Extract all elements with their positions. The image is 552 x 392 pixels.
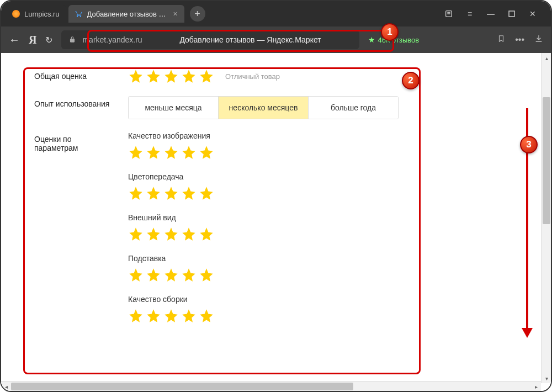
- star-icon[interactable]: [199, 308, 214, 324]
- overall-rating-text: Отличный товар: [225, 72, 280, 81]
- star-icon[interactable]: [146, 226, 161, 242]
- star-icon[interactable]: [163, 267, 179, 283]
- star-icon[interactable]: [199, 186, 214, 201]
- annotation-badge-2: 2: [402, 72, 420, 89]
- param-build-quality-stars: [128, 308, 518, 324]
- param-appearance-label: Внешний вид: [128, 213, 518, 222]
- star-icon[interactable]: [199, 226, 214, 242]
- star-icon[interactable]: [146, 308, 161, 324]
- star-icon[interactable]: [128, 267, 144, 283]
- star-icon[interactable]: [146, 186, 161, 201]
- tab-bar: Lumpics.ru Добавление отзывов – ... × + …: [1, 1, 551, 27]
- params-label: Оценки по параметрам: [34, 131, 117, 152]
- vertical-scrollbar[interactable]: ▴ ▾: [541, 53, 551, 383]
- scroll-left-icon[interactable]: ◂: [1, 382, 11, 391]
- address-bar[interactable]: market.yandex.ru Добавление отзывов — Ян…: [61, 30, 359, 49]
- tab-lumpics[interactable]: Lumpics.ru: [6, 5, 66, 23]
- star-icon: ★: [368, 35, 375, 44]
- star-icon[interactable]: [128, 186, 144, 201]
- tab-title: Lumpics.ru: [24, 10, 60, 18]
- param-color-label: Цветопередача: [128, 172, 518, 181]
- star-icon[interactable]: [163, 226, 179, 242]
- minimize-icon[interactable]: —: [486, 9, 496, 18]
- star-icon[interactable]: [128, 308, 144, 324]
- star-icon[interactable]: [146, 267, 161, 283]
- experience-segmented: меньше месяца несколько месяцев больше г…: [128, 96, 399, 119]
- star-icon[interactable]: [181, 186, 197, 201]
- exp-more-year-button[interactable]: больше года: [309, 97, 398, 119]
- star-2[interactable]: [146, 68, 161, 84]
- star-icon[interactable]: [181, 226, 197, 242]
- star-icon[interactable]: [199, 145, 214, 160]
- svg-rect-1: [509, 11, 514, 17]
- back-button[interactable]: ←: [9, 34, 20, 46]
- param-stand-label: Подставка: [128, 254, 518, 263]
- reader-icon[interactable]: [444, 9, 454, 18]
- close-window-icon[interactable]: ✕: [528, 9, 538, 18]
- toolbar: ← Я ↻ market.yandex.ru Добавление отзыво…: [1, 27, 551, 53]
- tab-close-icon[interactable]: ×: [173, 9, 177, 18]
- url-domain: market.yandex.ru: [82, 35, 142, 44]
- star-3[interactable]: [163, 68, 179, 84]
- scroll-up-icon[interactable]: ▴: [542, 53, 551, 63]
- param-image-quality-label: Качество изображения: [128, 131, 518, 140]
- tab-market[interactable]: Добавление отзывов – ... ×: [68, 5, 184, 23]
- overall-rating-stars: [128, 68, 214, 84]
- url-page-title: Добавление отзывов — Яндекс.Маркет: [148, 35, 353, 44]
- annotation-badge-3: 3: [520, 136, 538, 153]
- star-5[interactable]: [199, 68, 214, 84]
- star-icon[interactable]: [163, 308, 179, 324]
- yandex-logo-icon[interactable]: Я: [29, 34, 36, 46]
- experience-label: Опыт использования: [34, 96, 117, 108]
- star-icon[interactable]: [128, 145, 144, 160]
- annotation-badge-1: 1: [381, 23, 399, 41]
- download-icon[interactable]: [534, 34, 543, 45]
- maximize-icon[interactable]: [507, 10, 517, 17]
- tab-title: Добавление отзывов – ...: [87, 10, 167, 18]
- star-4[interactable]: [181, 68, 197, 84]
- reload-button[interactable]: ↻: [45, 35, 52, 45]
- star-icon[interactable]: [163, 145, 179, 160]
- star-icon[interactable]: [146, 145, 161, 160]
- lock-icon: [68, 35, 77, 44]
- param-color-stars: [128, 186, 518, 201]
- favicon-lumpics-icon: [12, 10, 20, 18]
- more-icon[interactable]: •••: [515, 35, 524, 45]
- exp-few-months-button[interactable]: несколько месяцев: [219, 97, 309, 119]
- scroll-down-icon[interactable]: ▾: [542, 373, 551, 383]
- scroll-right-icon[interactable]: ▸: [531, 382, 541, 391]
- star-icon[interactable]: [163, 186, 179, 201]
- param-appearance-stars: [128, 226, 518, 242]
- param-stand-stars: [128, 267, 518, 283]
- star-icon[interactable]: [181, 308, 197, 324]
- exp-less-month-button[interactable]: меньше месяца: [129, 97, 219, 119]
- new-tab-button[interactable]: +: [190, 6, 205, 22]
- star-icon[interactable]: [128, 226, 144, 242]
- param-build-quality-label: Качество сборки: [128, 295, 518, 304]
- scroll-thumb[interactable]: [11, 383, 353, 390]
- star-icon[interactable]: [199, 267, 214, 283]
- window-controls: ≡ — ✕: [444, 9, 546, 18]
- scroll-thumb[interactable]: [543, 97, 550, 224]
- star-1[interactable]: [128, 68, 144, 84]
- bookmark-icon[interactable]: [497, 34, 505, 45]
- overall-rating-label: Общая оценка: [34, 68, 117, 81]
- favicon-cart-icon: [75, 10, 83, 18]
- horizontal-scrollbar[interactable]: ◂ ▸: [1, 381, 541, 391]
- param-image-quality-stars: [128, 145, 518, 160]
- star-icon[interactable]: [181, 267, 197, 283]
- star-icon[interactable]: [181, 145, 197, 160]
- review-form: Общая оценка Отличный товар Опыт использ…: [1, 53, 551, 359]
- menu-icon[interactable]: ≡: [465, 9, 475, 18]
